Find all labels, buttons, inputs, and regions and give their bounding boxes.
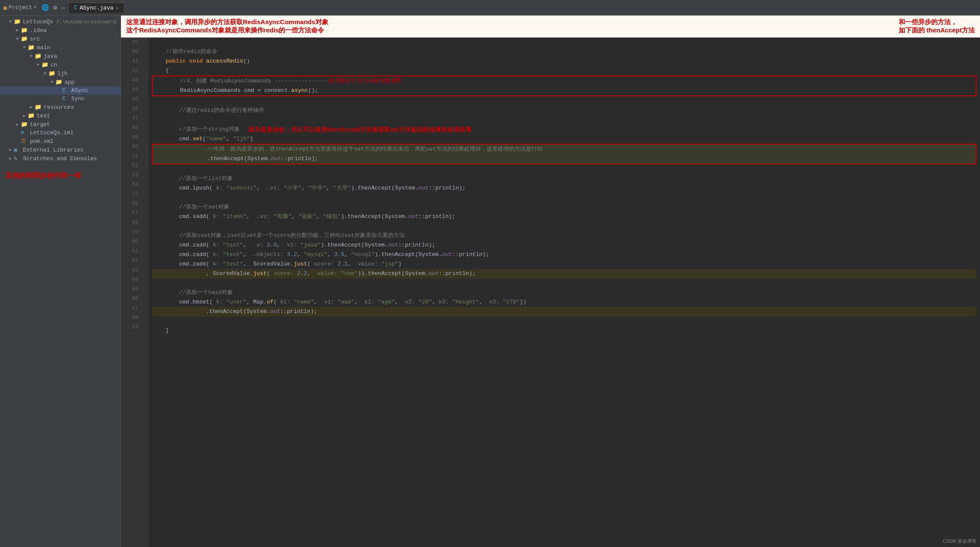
sidebar-item-cn[interactable]: ▼ 📁 cn — [0, 60, 121, 69]
expand-arrow: ▼ — [28, 54, 35, 59]
code-line: cmd.sadd( k: "items", …vs: "电脑", "鼠标", "… — [152, 212, 977, 221]
sidebar-item-label: .idea — [30, 27, 47, 34]
settings-icon[interactable]: ⚙ — [53, 4, 57, 11]
sidebar-item-label: Sync — [71, 95, 85, 102]
sidebar-item-scratches[interactable]: ▶ ✎ Scratches and Consoles — [0, 154, 121, 163]
sidebar-item-label: main — [37, 44, 50, 51]
code-line: //4、创建 RedisAsyncCommands --------------… — [153, 76, 976, 86]
line-numbers: 39 40 41 42 43 44 45 46 47 48 49 50 51 5… — [121, 38, 142, 547]
gutter — [142, 38, 149, 547]
sidebar-item-label: LettuceQs F:\myCode\crazyCode\S — [23, 19, 117, 25]
annotation-right: 和一些异步的方法， 如下面的 thenAccept方法 — [899, 18, 975, 35]
code-line: //操作redis的命令 — [152, 47, 977, 57]
code-line: , ScoredValue.just( score: 2.2, value: "… — [152, 269, 977, 278]
code-line — [152, 38, 977, 47]
code-line: } — [152, 326, 977, 335]
folder-icon: 📁 — [35, 53, 42, 60]
sidebar-item-label: target — [30, 121, 50, 128]
expand-arrow: ▶ — [7, 147, 14, 152]
sidebar-bottom-note: 其他的和同步的代码一样 — [0, 163, 121, 189]
async-tab[interactable]: C ASync.java ✕ — [68, 3, 124, 13]
sidebar-item-src[interactable]: ▼ 📁 src — [0, 35, 121, 43]
sidebar-item-java[interactable]: ▼ 📁 java — [0, 52, 121, 60]
code-line: //通过redis的命令进行各种操作 — [152, 106, 977, 115]
library-icon: ▣ — [14, 146, 22, 153]
sidebar-item-pom[interactable]: ☰ pom.xml — [0, 137, 121, 145]
sidebar-item-lettuceqs[interactable]: ▼ 📁 LettuceQs F:\myCode\crazyCode\S — [0, 17, 121, 26]
tab-close-icon[interactable]: ✕ — [116, 5, 119, 11]
top-icons: 🌐 ⚙ — — [41, 4, 65, 11]
java-icon: C — [62, 87, 70, 94]
code-line: { — [152, 66, 977, 76]
code-line: //添加一个set对象 — [152, 202, 977, 212]
expand-arrow: ▶ — [28, 104, 35, 110]
code-lines: //操作redis的命令 public void accessRedis() {… — [149, 38, 980, 547]
folder-icon: 📁 — [35, 104, 42, 111]
code-line — [152, 316, 977, 326]
sidebar-item-label: LettuceQs.iml — [30, 130, 73, 136]
code-line — [152, 115, 977, 125]
folder-icon: 📁 — [28, 44, 35, 51]
sidebar-item-async[interactable]: C ASync — [0, 86, 121, 95]
expand-arrow: ▼ — [41, 71, 48, 76]
expand-arrow: ▶ — [14, 28, 21, 33]
xml-icon: ☰ — [21, 138, 29, 145]
scratch-icon: ✎ — [14, 155, 22, 162]
annotation-left: 这里通过连接对象，调用异步的方法获取RedisAsyncCommands对象 这… — [126, 18, 890, 35]
code-line: cmd.zadd( k: "test", ScoredValue.just( s… — [152, 259, 977, 269]
sidebar-item-iml[interactable]: ≡ LettuceQs.iml — [0, 129, 121, 137]
project-label[interactable]: ▣ Project ▼ — [3, 4, 36, 11]
sidebar-item-app[interactable]: ▼ 📁 app — [0, 78, 121, 86]
sidebar-item-label: ASync — [71, 87, 88, 94]
expand-arrow: ▶ — [14, 122, 21, 127]
code-line: .thenAccept(System.out::println); — [152, 307, 977, 316]
code-line: cmd.zadd( k: "test", …objects: 3.2, "mys… — [152, 250, 977, 259]
sidebar-item-label: test — [37, 113, 50, 119]
annotation-right2: 如下面的 thenAccept方法 — [899, 26, 975, 35]
globe-icon[interactable]: 🌐 — [41, 4, 49, 11]
sidebar-item-ljh[interactable]: ▼ 📁 ljh — [0, 69, 121, 78]
sidebar-item-main[interactable]: ▼ 📁 main — [0, 43, 121, 52]
sidebar-item-label: resources — [44, 104, 74, 111]
code-line: //添加一个hash对象 — [152, 288, 977, 297]
sidebar-item-label: cn — [51, 62, 57, 68]
java-icon: C — [62, 95, 70, 102]
expand-arrow: ▶ — [7, 156, 14, 161]
minimize-icon[interactable]: — — [61, 4, 65, 11]
code-line: cmd.hmset( k: "user", Map.of( k1: "name"… — [152, 297, 977, 307]
code-line — [152, 221, 977, 231]
expand-arrow: ▼ — [35, 63, 41, 67]
expand-arrow: ▼ — [21, 45, 28, 50]
sidebar-item-label: Scratches and Consoles — [23, 155, 97, 162]
code-box-outline: //4、创建 RedisAsyncCommands --------------… — [152, 76, 977, 96]
code-line — [152, 96, 977, 106]
folder-icon: 📁 — [55, 79, 63, 85]
sidebar-item-resources[interactable]: ▶ 📁 resources — [0, 103, 121, 111]
annotation-right1: 和一些异步的方法， — [899, 18, 975, 26]
sidebar-item-target[interactable]: ▶ 📁 target — [0, 120, 121, 129]
sidebar-item-label: ljh — [57, 70, 67, 77]
code-editor[interactable]: 这里通过连接对象，调用异步的方法获取RedisAsyncCommands对象 这… — [121, 16, 980, 547]
code-area: 39 40 41 42 43 44 45 46 47 48 49 50 51 5… — [121, 38, 980, 547]
folder-icon: 📁 — [41, 61, 49, 68]
sidebar-item-label: src — [30, 36, 40, 42]
code-line: //添加zset对象，zset比set多一个score的分数功能，三种向zset… — [152, 231, 977, 240]
sidebar: ▼ 📁 LettuceQs F:\myCode\crazyCode\S ▶ 📁 … — [0, 16, 121, 547]
sidebar-item-label: app — [64, 79, 74, 85]
folder-icon: 📁 — [28, 112, 35, 119]
folder-icon: 📁 — [48, 70, 56, 77]
tab-label: ASync.java — [80, 5, 114, 11]
sidebar-item-external-libraries[interactable]: ▶ ▣ External Libraries — [0, 145, 121, 154]
sidebar-item-test[interactable]: ▶ 📁 test — [0, 111, 121, 120]
code-line: //添加一个string对象 因为是异步的，所以可以使用thenAccept方法… — [152, 125, 977, 134]
sidebar-item-label: pom.xml — [30, 138, 54, 145]
annotation-line2: 这个RedisAsyncCommands对象就是用来操作redis的一些方法命令 — [126, 26, 890, 35]
expand-arrow: ▶ — [21, 113, 28, 118]
sidebar-item-idea[interactable]: ▶ 📁 .idea — [0, 26, 121, 35]
project-folder-icon: ▣ — [3, 4, 7, 11]
sidebar-item-sync[interactable]: C Sync — [0, 95, 121, 103]
expand-arrow: ▼ — [48, 80, 55, 85]
code-line: cmd.set("name", "ljh") — [152, 134, 977, 144]
tab-bar: C ASync.java ✕ — [68, 3, 124, 13]
sidebar-item-label: java — [44, 53, 57, 60]
